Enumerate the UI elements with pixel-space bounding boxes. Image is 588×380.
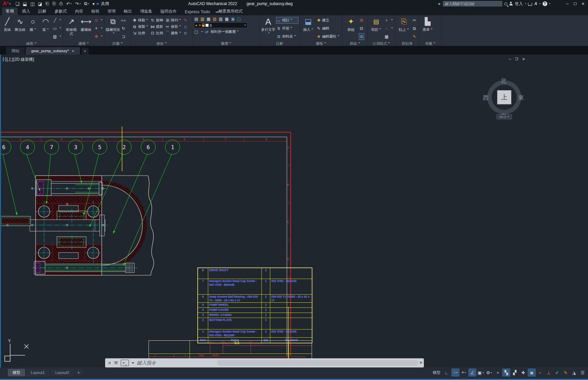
circle-button[interactable]: ○圓: [27, 16, 39, 41]
qat-button[interactable]: ❏▾: [14, 0, 21, 7]
autocad-logo[interactable]: AM: [3, 1, 8, 7]
magnet-button[interactable]: ∩: [384, 25, 393, 32]
base-view-button[interactable]: ▙基準: [420, 16, 435, 41]
search-icon[interactable]: [504, 2, 507, 5]
group-edit-button[interactable]: ⊠: [359, 17, 364, 23]
layer-tool-icon[interactable]: ▩: [224, 17, 229, 21]
status-icon[interactable]: +: [494, 368, 502, 377]
move-to-layer-button[interactable]: 移到另一個圖層: [211, 29, 239, 34]
status-icon[interactable]: ◙: [528, 368, 536, 377]
panel-label-view[interactable]: 視圖: [419, 41, 441, 46]
status-icon[interactable]: ▞: [511, 368, 519, 377]
status-icon[interactable]: ✚: [519, 368, 527, 377]
array-button[interactable]: ⊞陣列: [165, 18, 181, 23]
balloon[interactable]: 1: [165, 140, 180, 155]
line-tools-button[interactable]: ╱: [53, 17, 61, 23]
balloon[interactable]: 3: [68, 140, 83, 155]
command-scroll-arrow-icon[interactable]: ▶: [420, 361, 423, 364]
trim-button[interactable]: ✂修剪: [165, 24, 181, 29]
panel-label-construct[interactable]: 建構: [63, 41, 104, 46]
status-icon[interactable]: ☰: [579, 368, 587, 377]
status-icon[interactable]: ▣: [477, 368, 485, 377]
layer-dropdown-caret-icon[interactable]: [243, 22, 246, 28]
mirror-button[interactable]: ⋈鏡射: [150, 24, 163, 29]
measure-button[interactable]: ▤等距: [369, 16, 383, 41]
qat-button[interactable]: ⎗▾: [44, 0, 50, 7]
construct-move-button[interactable]: ✥: [94, 34, 103, 40]
view-cube-top-face[interactable]: 上: [497, 90, 511, 104]
rotate-button[interactable]: ↻旋轉: [150, 18, 163, 23]
user-icon[interactable]: [509, 2, 513, 5]
status-icon[interactable]: ∠: [468, 368, 476, 377]
doc-close-button[interactable]: ✕: [522, 57, 525, 61]
section-view-button[interactable]: A-A: [121, 17, 126, 23]
bom-button[interactable]: ⊠材料表: [276, 34, 298, 40]
line-button[interactable]: ╱直線: [1, 16, 13, 41]
balloon[interactable]: 4: [20, 140, 35, 155]
qat-button[interactable]: ↷▾: [74, 0, 82, 7]
qat-button[interactable]: ◫▾: [29, 0, 36, 7]
view-cube-west[interactable]: 西: [483, 94, 489, 102]
help-icon[interactable]: ?: [543, 1, 547, 6]
balloon[interactable]: 5: [92, 140, 107, 155]
panel-label-annotate[interactable]: 註解: [260, 41, 299, 46]
layer-color-swatch[interactable]: [205, 24, 209, 27]
file-tab-document[interactable]: gear_pump_subassy* ✕: [26, 47, 80, 55]
mtext-button[interactable]: A多行文字: [261, 16, 275, 41]
rectangle-button[interactable]: ▭: [53, 25, 61, 32]
viewport-visual-style-menu[interactable]: [2D 線架構]: [13, 57, 34, 62]
symbol-button[interactable]: ↯符號: [276, 25, 298, 32]
layer-on-bulb-icon[interactable]: ●: [195, 24, 197, 27]
group-button[interactable]: ✦群組: [344, 16, 358, 41]
search-collapse-icon[interactable]: ▶: [438, 2, 441, 5]
status-icon[interactable]: ⌖: [460, 368, 468, 377]
status-icon[interactable]: ▚: [502, 368, 510, 377]
bom-parts-list[interactable]: 8DRIVE SHAFT 1 7Hexagon Socket Head Cap …: [197, 267, 312, 343]
panel-label-draw[interactable]: 繪製: [0, 41, 63, 46]
ribbon-tab[interactable]: 插入: [18, 7, 34, 15]
command-prompt-icon[interactable]: >_: [121, 360, 129, 366]
doc-restore-button[interactable]: ❐: [515, 57, 518, 61]
command-close-icon[interactable]: ✕: [108, 361, 111, 365]
hide-situation-button[interactable]: ⧉隱藏情況: [106, 16, 120, 41]
layer-off-icon[interactable]: ▢: [194, 29, 199, 34]
ribbon-tab[interactable]: Express Tools: [181, 8, 214, 15]
share-button[interactable]: ➤ 共用: [96, 1, 109, 7]
panel-label-clipboard[interactable]: 剪貼簿: [395, 41, 419, 46]
ribbon-tab[interactable]: 輸出: [120, 7, 136, 15]
polyline-button[interactable]: ∿聚合線: [14, 16, 26, 41]
command-customize-wrench-icon[interactable]: ⚒: [114, 360, 118, 365]
layer-tool-icon[interactable]: ▤: [194, 17, 199, 21]
viewport-controls-menu[interactable]: [-]: [3, 57, 6, 62]
detail-update-button[interactable]: ↻: [121, 25, 126, 32]
bom-row[interactable]: 7Hexagon Socket Head Cap Screw - ISO 476…: [198, 279, 313, 295]
copy-button[interactable]: ⧉複製: [132, 24, 148, 29]
ribbon-tab[interactable]: 檢視: [87, 7, 103, 15]
bom-row[interactable]: 3WHEEL CASING 1: [198, 313, 313, 318]
qat-button[interactable]: ◪▾: [37, 0, 43, 7]
model-space-label[interactable]: 模型: [433, 370, 440, 375]
dimension-button[interactable]: ↔標註: [276, 17, 298, 23]
ribbon-display-toggle-icon[interactable]: ▬ ▾: [213, 9, 224, 14]
help-search-input[interactable]: 鍵入關鍵字或詞組: [443, 1, 502, 6]
bom-row[interactable]: 2BOTTOM PLATE 1: [198, 318, 313, 329]
arc-button[interactable]: ◠弧: [40, 16, 52, 41]
match-properties-button[interactable]: ✎: [412, 34, 417, 40]
panel-label-group[interactable]: 群組: [342, 41, 367, 46]
ribbon-tab[interactable]: 參數式: [51, 7, 71, 15]
view-cube-east[interactable]: 東: [518, 94, 524, 102]
file-tab-close-icon[interactable]: ✕: [72, 49, 74, 53]
new-drawing-tab-button[interactable]: +: [82, 48, 89, 55]
help-caret-icon[interactable]: ▾: [549, 2, 551, 5]
edit-block-button[interactable]: ✎編輯: [316, 25, 341, 32]
construct-circle-button[interactable]: ⊙: [94, 17, 103, 23]
cut-button[interactable]: ✂: [412, 17, 417, 23]
panel-label-layers[interactable]: 圖層: [193, 41, 259, 46]
create-block-button[interactable]: ✚建立: [316, 17, 341, 23]
quick-select-button[interactable]: ⌖: [384, 17, 393, 23]
status-icon[interactable]: ✔: [553, 368, 561, 377]
fillet-button[interactable]: ⌒圓角: [165, 30, 181, 36]
edit-attributes-button[interactable]: ❖編輯屬性: [316, 34, 341, 40]
layout2-tab[interactable]: Layout2: [51, 369, 74, 376]
panel-label-modify[interactable]: 修改: [131, 41, 192, 46]
